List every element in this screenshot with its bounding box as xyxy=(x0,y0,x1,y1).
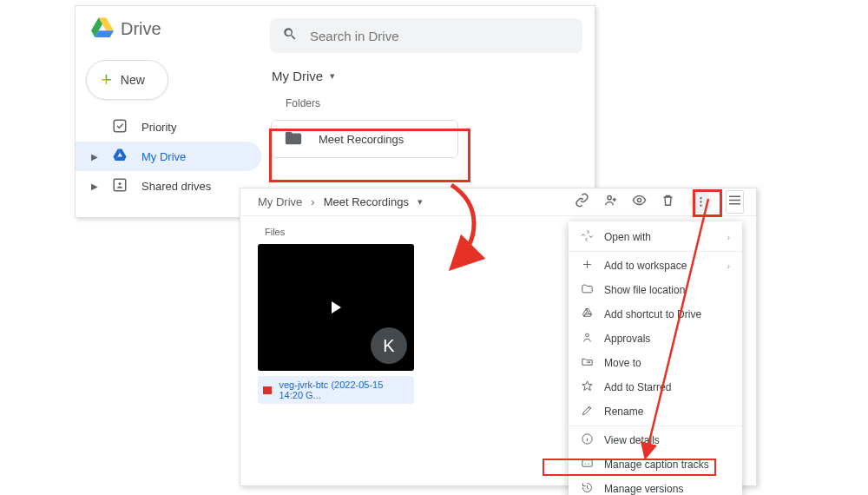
svg-point-7 xyxy=(700,205,701,207)
menu-manage-captions[interactable]: Manage caption tracks xyxy=(569,452,742,477)
cc-icon xyxy=(581,457,594,472)
search-bar[interactable] xyxy=(270,18,582,53)
trash-icon[interactable] xyxy=(661,193,675,211)
breadcrumb[interactable]: My Drive › Meet Recordings ▾ xyxy=(258,195,423,208)
drive-main-window: Drive + New Priority ▶ My Drive xyxy=(75,5,595,218)
plus-icon: + xyxy=(101,69,112,91)
breadcrumb-current[interactable]: Meet Recordings xyxy=(324,195,409,208)
priority-icon xyxy=(112,118,128,136)
expand-icon[interactable]: ▶ xyxy=(91,182,98,191)
shared-drives-icon xyxy=(112,177,128,195)
video-filename-label: veg-jvrk-btc (2022-05-15 14:20 G... xyxy=(279,380,409,400)
open-with-icon xyxy=(581,229,594,245)
folder-icon xyxy=(581,282,594,298)
share-person-icon[interactable] xyxy=(603,193,618,211)
chevron-right-icon: › xyxy=(727,261,730,271)
drive-logo-icon xyxy=(91,16,114,41)
link-icon[interactable] xyxy=(575,193,589,211)
pencil-icon xyxy=(581,404,594,419)
expand-icon[interactable]: ▶ xyxy=(91,152,98,162)
more-options-button[interactable] xyxy=(689,191,712,214)
menu-view-details[interactable]: View details xyxy=(569,428,742,452)
sidebar-item-priority[interactable]: Priority xyxy=(76,112,261,142)
chevron-right-icon: › xyxy=(311,195,314,208)
recording-file-icon xyxy=(263,386,272,394)
breadcrumb-label: My Drive xyxy=(272,69,323,83)
svg-point-8 xyxy=(586,333,589,337)
play-icon xyxy=(332,301,341,314)
history-icon xyxy=(581,481,594,495)
menu-add-starred[interactable]: Add to Starred xyxy=(569,375,742,399)
breadcrumb[interactable]: My Drive ▾ xyxy=(270,63,595,97)
my-drive-icon xyxy=(112,148,128,166)
folder-meet-recordings[interactable]: Meet Recordings xyxy=(271,120,458,158)
new-button-label: New xyxy=(121,73,145,87)
sidebar-item-label: My Drive xyxy=(141,150,186,163)
svg-point-4 xyxy=(637,198,641,201)
avatar: K xyxy=(371,327,407,364)
move-icon xyxy=(581,355,594,371)
menu-rename[interactable]: Rename xyxy=(569,399,742,424)
app-title: Drive xyxy=(121,19,161,39)
menu-manage-versions[interactable]: Manage versions xyxy=(569,477,742,495)
drive-folder-window: My Drive › Meet Recordings ▾ ↑ Files K v… xyxy=(240,188,757,486)
drive-shortcut-icon xyxy=(581,307,594,322)
list-view-icon[interactable] xyxy=(726,190,744,214)
sidebar-item-label: Priority xyxy=(141,121,176,134)
context-menu: Open with› Add to workspace› Show file l… xyxy=(569,221,742,495)
menu-approvals[interactable]: Approvals xyxy=(569,327,742,351)
menu-move-to[interactable]: Move to xyxy=(569,351,742,375)
svg-point-3 xyxy=(608,196,611,200)
chevron-down-icon: ▾ xyxy=(418,196,423,208)
chevron-right-icon: › xyxy=(727,233,730,242)
sidebar-item-label: Shared drives xyxy=(141,180,211,193)
svg-point-6 xyxy=(700,201,701,202)
new-button[interactable]: + New xyxy=(86,60,168,100)
search-input[interactable] xyxy=(310,29,570,43)
chevron-down-icon: ▾ xyxy=(330,70,335,82)
star-icon xyxy=(581,380,594,395)
menu-show-location[interactable]: Show file location xyxy=(569,278,742,302)
svg-point-2 xyxy=(119,182,122,185)
info-icon xyxy=(581,432,594,448)
more-vertical-icon xyxy=(694,195,708,209)
sidebar-item-my-drive[interactable]: ▶ My Drive xyxy=(76,142,261,171)
svg-point-5 xyxy=(700,197,701,199)
breadcrumb-root[interactable]: My Drive xyxy=(258,195,302,208)
sidebar-item-shared-drives[interactable]: ▶ Shared drives xyxy=(76,171,261,201)
folder-icon xyxy=(284,129,303,149)
preview-eye-icon[interactable] xyxy=(632,193,647,211)
folders-section-label: Folders xyxy=(286,97,595,109)
svg-rect-10 xyxy=(582,460,592,467)
menu-add-workspace[interactable]: Add to workspace› xyxy=(569,254,742,278)
video-caption[interactable]: veg-jvrk-btc (2022-05-15 14:20 G... xyxy=(258,376,414,404)
menu-add-shortcut[interactable]: Add shortcut to Drive xyxy=(569,302,742,327)
svg-rect-0 xyxy=(114,120,126,132)
video-thumbnail[interactable]: K xyxy=(258,244,414,371)
plus-icon xyxy=(581,258,594,274)
folder-label: Meet Recordings xyxy=(319,133,404,146)
search-icon xyxy=(282,26,298,45)
approvals-icon xyxy=(581,331,594,346)
menu-open-with[interactable]: Open with› xyxy=(569,225,742,249)
